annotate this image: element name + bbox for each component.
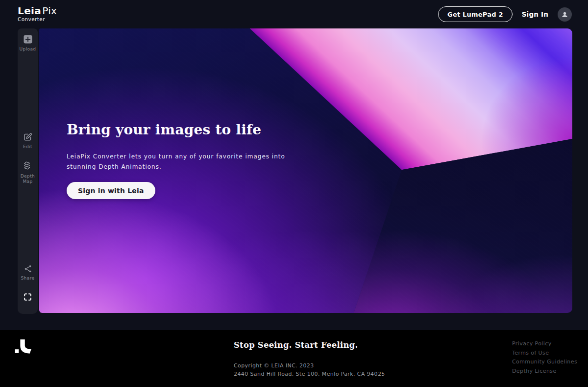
sidebar-item-label: Edit	[18, 144, 38, 150]
hero-description-line2: stunning Depth Animations.	[67, 162, 285, 172]
sidebar: Upload Edit Depth Map	[18, 28, 38, 314]
fullscreen-button[interactable]	[18, 292, 38, 302]
upload-plus-icon	[23, 34, 33, 44]
sidebar-item-depth-map[interactable]: Depth Map	[18, 161, 38, 185]
footer-links: Privacy Policy Terms of Use Community Gu…	[512, 341, 577, 374]
sidebar-item-label: Share	[18, 276, 38, 281]
header-actions: Get LumePad 2 Sign In	[438, 6, 572, 22]
get-lumepad-button[interactable]: Get LumePad 2	[438, 6, 513, 22]
leia-logo[interactable]	[15, 339, 31, 357]
fullscreen-icon	[23, 292, 32, 302]
hero-description-line1: LeiaPix Converter lets you turn any of y…	[67, 152, 285, 162]
footer-copyright: Copyright © LEIA INC. 2023 2440 Sand Hil…	[234, 361, 385, 378]
footer-center: Stop Seeing. Start Feeling. Copyright © …	[234, 340, 385, 378]
sidebar-item-upload[interactable]: Upload	[18, 34, 38, 52]
footer: Stop Seeing. Start Feeling. Copyright © …	[0, 330, 588, 387]
sidebar-item-label: Upload	[18, 47, 38, 52]
footer-link-terms-of-use[interactable]: Terms of Use	[512, 350, 577, 356]
leia-logo-icon	[15, 339, 31, 355]
footer-link-community-guidelines[interactable]: Community Guidelines	[512, 359, 577, 364]
header: LeiaPix Converter Get LumePad 2 Sign In	[0, 0, 588, 28]
user-icon	[561, 10, 569, 19]
depth-map-icon	[23, 161, 33, 171]
leiapix-converter-app: LeiaPix Converter Get LumePad 2 Sign In …	[0, 0, 588, 387]
brand-logo[interactable]: LeiaPix Converter	[18, 6, 57, 22]
sidebar-item-share[interactable]: Share	[18, 264, 38, 281]
sign-in-with-leia-button[interactable]: Sign in with Leia	[67, 182, 155, 199]
hero-canvas: Bring your images to life LeiaPix Conver…	[39, 28, 572, 313]
sidebar-item-edit[interactable]: Edit	[18, 132, 38, 150]
footer-link-privacy-policy[interactable]: Privacy Policy	[512, 341, 577, 346]
address-line: 2440 Sand Hill Road, Ste 100, Menlo Park…	[234, 370, 385, 378]
share-icon	[24, 264, 32, 273]
brand-leia: Leia	[18, 5, 41, 17]
brand-subtitle: Converter	[18, 17, 57, 22]
brand-pix: Pix	[42, 5, 57, 17]
copyright-line: Copyright © LEIA INC. 2023	[234, 361, 385, 370]
hero-title: Bring your images to life	[67, 122, 261, 138]
footer-tagline: Stop Seeing. Start Feeling.	[234, 340, 385, 350]
sidebar-item-label: Depth Map	[18, 174, 38, 185]
hero-description: LeiaPix Converter lets you turn any of y…	[67, 152, 285, 172]
avatar[interactable]	[558, 7, 572, 22]
edit-icon	[23, 132, 32, 142]
footer-link-depthy-license[interactable]: Depthy License	[512, 368, 577, 374]
brand-wordmark: LeiaPix	[18, 6, 57, 16]
sign-in-link[interactable]: Sign In	[522, 10, 548, 18]
